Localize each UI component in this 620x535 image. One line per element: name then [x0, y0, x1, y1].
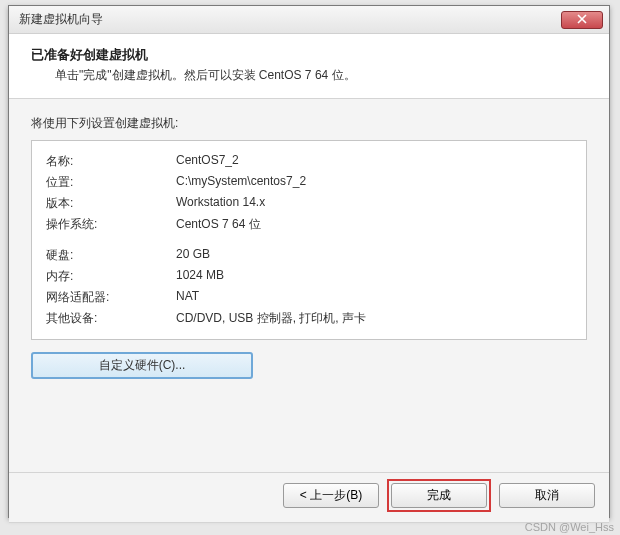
summary-row: 操作系统: CentOS 7 64 位 [46, 214, 572, 235]
finish-highlight: 完成 [387, 479, 491, 512]
summary-row: 位置: C:\mySystem\centos7_2 [46, 172, 572, 193]
summary-row: 网络适配器: NAT [46, 287, 572, 308]
close-icon [577, 13, 587, 27]
summary-label: 位置: [46, 172, 176, 193]
summary-label: 网络适配器: [46, 287, 176, 308]
summary-row: 版本: Workstation 14.x [46, 193, 572, 214]
customize-hardware-button[interactable]: 自定义硬件(C)... [31, 352, 253, 379]
content-area: 将使用下列设置创建虚拟机: 名称: CentOS7_2 位置: C:\mySys… [9, 99, 609, 523]
summary-label: 其他设备: [46, 308, 176, 329]
summary-value: Workstation 14.x [176, 193, 572, 214]
button-bar: < 上一步(B) 完成 取消 [9, 472, 609, 517]
summary-label: 版本: [46, 193, 176, 214]
summary-label: 内存: [46, 266, 176, 287]
summary-table: 名称: CentOS7_2 位置: C:\mySystem\centos7_2 … [46, 151, 572, 329]
lead-text: 将使用下列设置创建虚拟机: [31, 115, 587, 132]
summary-value: CD/DVD, USB 控制器, 打印机, 声卡 [176, 308, 572, 329]
header-title: 已准备好创建虚拟机 [31, 46, 587, 64]
header-subtitle: 单击"完成"创建虚拟机。然后可以安装 CentOS 7 64 位。 [31, 67, 587, 84]
finish-button[interactable]: 完成 [391, 483, 487, 508]
summary-value: C:\mySystem\centos7_2 [176, 172, 572, 193]
summary-label: 名称: [46, 151, 176, 172]
summary-value: 20 GB [176, 235, 572, 266]
summary-row: 内存: 1024 MB [46, 266, 572, 287]
summary-value: CentOS7_2 [176, 151, 572, 172]
summary-box: 名称: CentOS7_2 位置: C:\mySystem\centos7_2 … [31, 140, 587, 340]
window-close-button[interactable] [561, 11, 603, 29]
header-panel: 已准备好创建虚拟机 单击"完成"创建虚拟机。然后可以安装 CentOS 7 64… [9, 34, 609, 99]
wizard-dialog: 新建虚拟机向导 已准备好创建虚拟机 单击"完成"创建虚拟机。然后可以安装 Cen… [8, 5, 610, 518]
summary-value: NAT [176, 287, 572, 308]
summary-value: 1024 MB [176, 266, 572, 287]
summary-value: CentOS 7 64 位 [176, 214, 572, 235]
summary-row: 硬盘: 20 GB [46, 235, 572, 266]
titlebar: 新建虚拟机向导 [9, 6, 609, 34]
summary-label: 硬盘: [46, 235, 176, 266]
summary-row: 其他设备: CD/DVD, USB 控制器, 打印机, 声卡 [46, 308, 572, 329]
window-title: 新建虚拟机向导 [19, 11, 561, 28]
cancel-button[interactable]: 取消 [499, 483, 595, 508]
summary-row: 名称: CentOS7_2 [46, 151, 572, 172]
summary-label: 操作系统: [46, 214, 176, 235]
back-button[interactable]: < 上一步(B) [283, 483, 379, 508]
